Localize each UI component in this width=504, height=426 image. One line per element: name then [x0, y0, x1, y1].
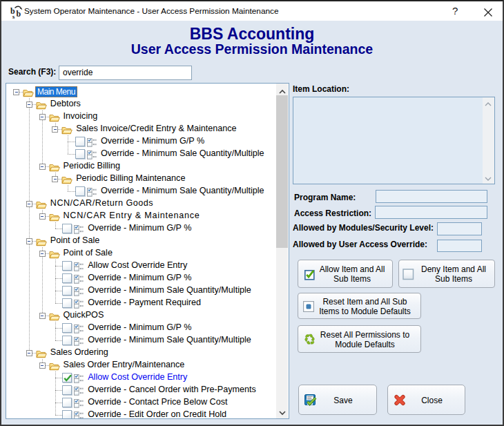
svg-text:b: b	[17, 9, 21, 19]
